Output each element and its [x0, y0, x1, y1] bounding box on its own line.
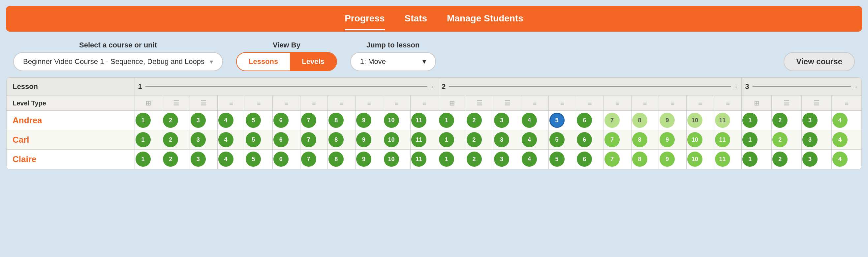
progress-bubble[interactable]: 3: [802, 113, 817, 128]
student-name-claire[interactable]: Claire: [7, 150, 135, 169]
progress-bubble[interactable]: 4: [218, 132, 234, 147]
progress-bubble[interactable]: 2: [163, 132, 178, 147]
progress-bubble[interactable]: 11: [411, 113, 426, 128]
progress-bubble[interactable]: 8: [632, 132, 647, 147]
progress-bubble[interactable]: 1: [742, 113, 757, 128]
progress-bubble[interactable]: 3: [191, 152, 206, 167]
progress-bubble[interactable]: 11: [411, 152, 426, 167]
progress-bubble[interactable]: 10: [687, 113, 703, 128]
progress-bubble[interactable]: 4: [522, 152, 537, 167]
progress-bubble[interactable]: 1: [439, 152, 454, 167]
progress-bubble[interactable]: 9: [356, 152, 371, 167]
progress-bubble-cell: 1: [742, 130, 772, 150]
progress-bubble[interactable]: 11: [715, 113, 730, 128]
progress-bubble[interactable]: 2: [163, 113, 178, 128]
student-name-andrea[interactable]: Andrea: [7, 111, 135, 130]
progress-bubble[interactable]: 4: [522, 132, 537, 147]
progress-bubble[interactable]: 10: [687, 132, 703, 147]
progress-bubble[interactable]: 2: [772, 152, 787, 167]
progress-bubble-cell: 8: [328, 111, 355, 130]
progress-bubble[interactable]: 4: [522, 113, 537, 128]
progress-bubble[interactable]: 3: [802, 152, 817, 167]
progress-bubble[interactable]: 10: [687, 152, 703, 167]
progress-bubble[interactable]: 6: [577, 132, 592, 147]
progress-bubble[interactable]: 8: [632, 152, 647, 167]
progress-bubble[interactable]: 6: [577, 113, 592, 128]
progress-bubble[interactable]: 8: [329, 152, 344, 167]
progress-bubble[interactable]: 3: [191, 132, 206, 147]
student-name-carl[interactable]: Carl: [7, 130, 135, 150]
progress-bubble[interactable]: 2: [467, 152, 482, 167]
progress-bubble[interactable]: 7: [604, 113, 620, 128]
progress-bubble[interactable]: 5: [246, 113, 261, 128]
progress-bubble[interactable]: 8: [329, 113, 344, 128]
progress-bubble[interactable]: 9: [659, 132, 675, 147]
progress-bubble[interactable]: 9: [356, 132, 371, 147]
progress-bubble[interactable]: 7: [301, 113, 316, 128]
progress-bubble[interactable]: 1: [742, 132, 757, 147]
table-row: Andrea123456789101112345678910111234: [7, 111, 862, 130]
progress-bubble[interactable]: 10: [384, 113, 399, 128]
progress-bubble[interactable]: 4: [832, 113, 847, 128]
course-select[interactable]: Beginner Video Course 1 - Sequence, Debu…: [13, 52, 223, 71]
progress-bubble[interactable]: 4: [218, 113, 234, 128]
progress-bubble[interactable]: 11: [715, 152, 730, 167]
progress-bubble[interactable]: 11: [411, 132, 426, 147]
progress-bubble[interactable]: 3: [191, 113, 206, 128]
progress-bubble[interactable]: 5: [550, 113, 565, 128]
progress-bubble[interactable]: 2: [772, 113, 787, 128]
progress-bubble[interactable]: 1: [135, 152, 151, 167]
progress-bubble-cell: 3: [190, 130, 217, 150]
nav-manage-students[interactable]: Manage Students: [447, 13, 523, 30]
progress-bubble[interactable]: 5: [246, 132, 261, 147]
progress-bubble[interactable]: 8: [329, 132, 344, 147]
progress-bubble[interactable]: 1: [135, 132, 151, 147]
progress-bubble[interactable]: 3: [494, 152, 509, 167]
progress-bubble[interactable]: 5: [246, 152, 261, 167]
progress-bubble[interactable]: 6: [273, 113, 288, 128]
progress-bubble-cell: 7: [300, 150, 328, 169]
levels-toggle-btn[interactable]: Levels: [290, 53, 336, 70]
progress-bubble[interactable]: 2: [163, 152, 178, 167]
lt-l2-4: ≡: [521, 96, 549, 111]
progress-bubble[interactable]: 11: [715, 132, 730, 147]
progress-bubble[interactable]: 2: [772, 132, 787, 147]
progress-bubble[interactable]: 7: [604, 152, 620, 167]
progress-bubble[interactable]: 5: [550, 132, 565, 147]
progress-bubble[interactable]: 4: [832, 152, 847, 167]
nav-progress[interactable]: Progress: [345, 13, 384, 30]
progress-bubble[interactable]: 6: [273, 152, 288, 167]
progress-bubble[interactable]: 2: [467, 113, 482, 128]
progress-bubble[interactable]: 1: [439, 132, 454, 147]
progress-bubble[interactable]: 6: [577, 152, 592, 167]
progress-bubble[interactable]: 9: [659, 152, 675, 167]
progress-bubble[interactable]: 2: [467, 132, 482, 147]
progress-bubble-cell: 5: [245, 150, 273, 169]
progress-bubble[interactable]: 9: [659, 113, 675, 128]
progress-bubble[interactable]: 6: [273, 132, 288, 147]
progress-bubble[interactable]: 1: [135, 113, 151, 128]
progress-bubble-cell: 1: [742, 111, 772, 130]
progress-bubble[interactable]: 10: [384, 152, 399, 167]
progress-bubble[interactable]: 1: [439, 113, 454, 128]
progress-bubble[interactable]: 4: [218, 152, 234, 167]
progress-bubble[interactable]: 7: [604, 132, 620, 147]
progress-bubble[interactable]: 7: [301, 132, 316, 147]
progress-bubble[interactable]: 3: [494, 113, 509, 128]
lt-l1-9: ≡: [355, 96, 383, 111]
progress-bubble[interactable]: 1: [742, 152, 757, 167]
progress-bubble[interactable]: 9: [356, 113, 371, 128]
nav-stats[interactable]: Stats: [405, 13, 427, 30]
progress-bubble[interactable]: 10: [384, 132, 399, 147]
progress-bubble[interactable]: 4: [832, 132, 847, 147]
view-course-button[interactable]: View course: [783, 52, 855, 71]
progress-bubble[interactable]: 7: [301, 152, 316, 167]
progress-bubble[interactable]: 3: [494, 132, 509, 147]
progress-bubble[interactable]: 5: [550, 152, 565, 167]
progress-bubble[interactable]: 3: [802, 132, 817, 147]
lessons-toggle-btn[interactable]: Lessons: [237, 53, 290, 70]
lt-l1-2: ☰: [162, 96, 190, 111]
lesson-select[interactable]: 1: Move ▾: [350, 52, 436, 71]
progress-bubble[interactable]: 8: [632, 113, 647, 128]
progress-bubble-cell: 7: [603, 150, 631, 169]
